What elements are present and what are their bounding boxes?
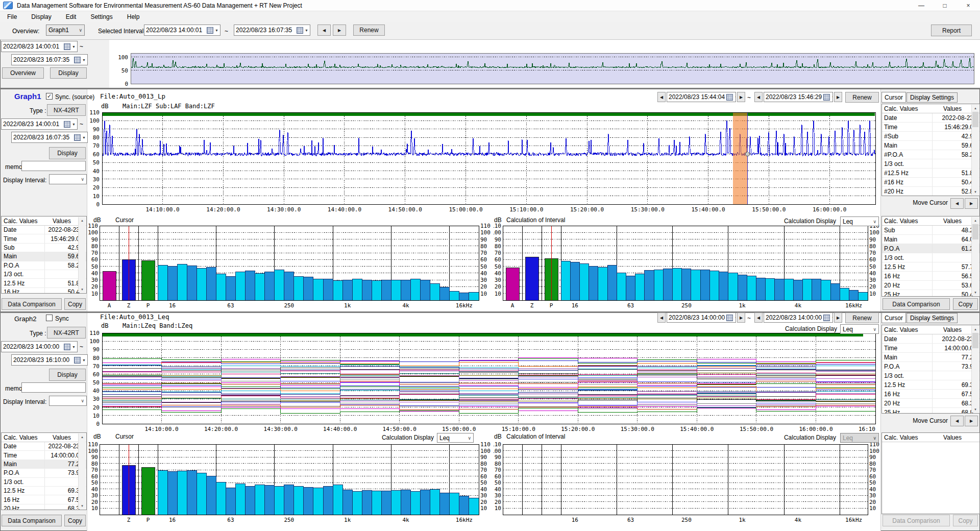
type-button[interactable]: NX-42RT [47, 104, 86, 116]
scrollbar[interactable]: ▴▾ [78, 217, 86, 293]
graph1-cursor-spectrum-chart[interactable]: AZP16632501k4k16kHz110110100100909080807… [87, 215, 495, 315]
interval-end-field[interactable]: 2022/08/23 16:07:35 ▼ [234, 25, 310, 36]
dropdown-arrow-icon[interactable]: ▼ [215, 29, 218, 32]
maximize-button[interactable]: □ [933, 0, 957, 11]
graph1-display-button[interactable]: Display [49, 147, 86, 159]
calendar-icon[interactable] [823, 94, 830, 101]
graph2-start-field[interactable]: 2022/08/23 14:00:00 ▼ [1, 341, 78, 352]
nav-next-button[interactable]: ▶ [834, 312, 842, 323]
graph1-end-field[interactable]: 2022/08/23 16:07:35 ▼ [11, 132, 88, 143]
overview-end-field[interactable]: 2022/08/23 16:07:35 ▼ [11, 54, 88, 65]
nav-next-button[interactable]: ▶ [737, 92, 745, 102]
graph1-cursor-values-table[interactable]: Calc. ValuesValuesDate2022-08-23Time15:4… [881, 104, 980, 196]
calendar-icon[interactable] [74, 357, 81, 364]
calculation-display-select[interactable]: Leq ∨ [840, 216, 879, 226]
graph1-interval-values-table[interactable]: Calc. ValuesValuesSub48.2Main64.0P.O.A61… [881, 216, 980, 297]
copy-button[interactable]: Copy [953, 298, 978, 310]
copy-button[interactable]: Copy [64, 515, 86, 526]
scrollbar[interactable]: ▴▾ [971, 326, 979, 413]
calendar-icon[interactable] [726, 315, 733, 321]
sync-source-checkbox[interactable]: ✓ [46, 93, 53, 100]
dropdown-arrow-icon[interactable]: ▼ [734, 316, 736, 320]
move-cursor-left-button[interactable]: ◀ [950, 416, 964, 426]
move-cursor-left-button[interactable]: ◀ [950, 198, 964, 209]
graph2-nav-end-field[interactable]: 2022/08/23 14:00:00 ▼ [764, 312, 833, 323]
dropdown-arrow-icon[interactable]: ▼ [72, 345, 76, 349]
interval-start-field[interactable]: 2022/08/23 14:00:01 ▼ [144, 25, 220, 36]
calendar-icon[interactable] [64, 344, 70, 350]
graph2-end-field[interactable]: 2022/08/23 16:10:00 ▼ [11, 354, 88, 366]
data-comparison-button[interactable]: Data Comparison [883, 298, 950, 310]
nav-next-button[interactable]: ▶ [834, 92, 842, 102]
tab-cursor[interactable]: Cursor [881, 312, 906, 323]
type-button[interactable]: NX-42RT [47, 327, 86, 339]
calendar-icon[interactable] [64, 121, 70, 128]
data-comparison-button[interactable]: Data Comparison [2, 515, 62, 526]
menu-help[interactable]: Help [120, 11, 147, 22]
nav-next-button[interactable]: ▶ [737, 312, 745, 323]
nav-prev-button[interactable]: ◀ [754, 312, 763, 323]
close-button[interactable]: × [957, 0, 980, 11]
graph1-time-chart[interactable]: 14:10:00.014:20:00.014:30:00.014:40:00.0… [85, 109, 881, 213]
calendar-icon[interactable] [297, 27, 303, 34]
calendar-icon[interactable] [823, 315, 830, 321]
graph1-nav-start-field[interactable]: 2022/08/23 15:44:04 ▼ [667, 92, 736, 102]
scrollbar[interactable]: ▴▾ [971, 105, 979, 195]
renew-button[interactable]: Renew [353, 25, 385, 36]
calendar-icon[interactable] [74, 134, 81, 141]
graph1-nav-end-field[interactable]: 2022/08/23 15:46:29 ▼ [764, 92, 833, 102]
memo-input[interactable] [21, 161, 86, 171]
calendar-icon[interactable] [74, 57, 81, 63]
menu-edit[interactable]: Edit [59, 11, 84, 22]
display-interval-select[interactable]: ∨ [49, 396, 87, 406]
overview-display-button[interactable]: Display [50, 67, 87, 79]
graph1-interval-spectrum-chart[interactable]: AZP16632501k4k16kHz110110100100909080807… [494, 215, 880, 315]
graph1-start-field[interactable]: 2022/08/23 14:00:01 ▼ [1, 118, 78, 130]
tab-display-settings[interactable]: Display Settings [906, 313, 958, 323]
overview-button[interactable]: Overview [2, 67, 44, 79]
interval-prev-button[interactable]: ◀ [317, 25, 331, 36]
tab-display-settings[interactable]: Display Settings [906, 92, 958, 103]
nav-prev-button[interactable]: ◀ [754, 92, 763, 102]
calendar-icon[interactable] [207, 27, 213, 34]
calculation-display-select[interactable]: Leq ∨ [840, 324, 879, 334]
display-interval-select[interactable]: ∨ [49, 174, 87, 184]
calendar-icon[interactable] [726, 94, 733, 101]
menu-file[interactable]: File [0, 11, 24, 22]
graph2-interval-spectrum-chart[interactable]: 16632501k4k16kHz110110100100909080807070… [494, 432, 880, 525]
dropdown-arrow-icon[interactable]: ▼ [305, 29, 308, 32]
graph2-nav-start-field[interactable]: 2022/08/23 14:00:00 ▼ [667, 312, 736, 323]
overview-start-field[interactable]: 2022/08/23 14:00:01 ▼ [1, 41, 78, 52]
menu-settings[interactable]: Settings [83, 11, 119, 22]
tab-cursor[interactable]: Cursor [881, 92, 906, 103]
minimize-button[interactable]: — [910, 0, 933, 11]
graph2-renew-button[interactable]: Renew [845, 312, 879, 323]
graph2-calc-values-table[interactable]: Calc. ValuesValuesDate2022-08-23Time14:0… [1, 432, 87, 510]
sync-checkbox[interactable] [46, 315, 53, 321]
menu-display[interactable]: Display [24, 11, 58, 22]
overview-graph-select[interactable]: Graph1 ∨ [46, 25, 85, 36]
graph1-renew-button[interactable]: Renew [845, 92, 879, 103]
graph2-time-chart[interactable]: 14:10:00.014:20:00.014:30:00.014:40:00.0… [85, 329, 881, 432]
move-cursor-right-button[interactable]: ▶ [965, 416, 978, 426]
graph2-cursor-values-table[interactable]: Calc. ValuesValuesDate2022-08-23Time14:0… [881, 325, 980, 414]
memo-input[interactable] [21, 382, 86, 393]
dropdown-arrow-icon[interactable]: ▼ [831, 316, 833, 320]
data-comparison-button[interactable]: Data Comparison [2, 298, 62, 310]
scrollbar[interactable]: ▴▾ [78, 433, 86, 509]
calculation-display-select[interactable]: Leq ∨ [437, 433, 474, 443]
dropdown-arrow-icon[interactable]: ▼ [82, 58, 86, 62]
calendar-icon[interactable] [64, 43, 70, 50]
move-cursor-right-button[interactable]: ▶ [965, 198, 978, 209]
dropdown-arrow-icon[interactable]: ▼ [734, 95, 736, 99]
interval-next-button[interactable]: ▶ [333, 25, 346, 36]
scrollbar[interactable]: ▴▾ [971, 217, 979, 296]
overview-chart[interactable]: 100500 [113, 49, 978, 89]
report-button[interactable]: Report [931, 25, 972, 36]
graph2-display-button[interactable]: Display [49, 369, 86, 381]
nav-prev-button[interactable]: ◀ [657, 312, 666, 323]
nav-prev-button[interactable]: ◀ [657, 92, 666, 102]
dropdown-arrow-icon[interactable]: ▼ [831, 95, 833, 99]
graph1-calc-values-table[interactable]: Calc. ValuesValuesDate2022-08-23Time15:4… [1, 216, 87, 294]
graph2-cursor-spectrum-chart[interactable]: ZP16632501k4k16kHz1101101001009090808070… [87, 432, 495, 525]
